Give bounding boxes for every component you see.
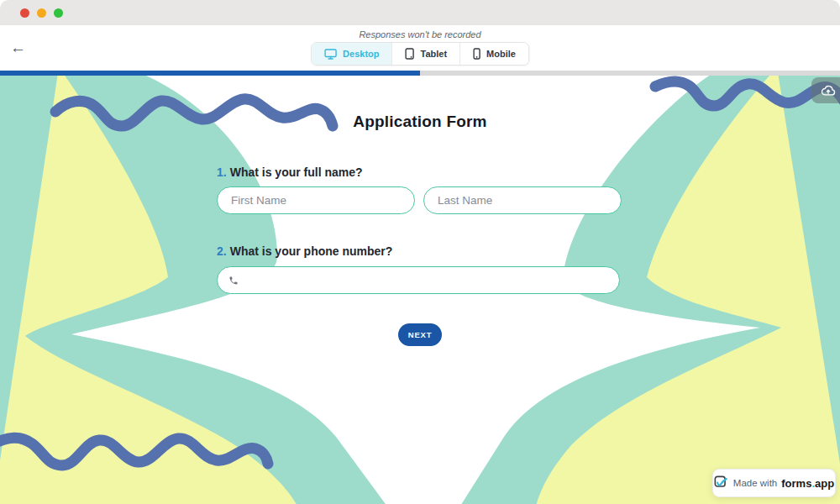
tab-desktop-label: Desktop — [343, 49, 379, 59]
form-content: Application Form 1.What is your full nam… — [0, 76, 840, 504]
question-2-text: What is your phone number? — [230, 244, 393, 258]
tab-mobile[interactable]: Mobile — [460, 43, 528, 65]
phone-icon — [228, 276, 239, 286]
cloud-upload-icon — [821, 85, 836, 97]
form-title: Application Form — [0, 113, 840, 131]
name-fields-row — [217, 186, 622, 214]
next-button[interactable]: NEXT — [398, 323, 442, 346]
zoom-window-button[interactable] — [54, 8, 63, 18]
question-1-number: 1. — [217, 165, 227, 179]
made-with-badge[interactable]: Made with forms.app — [712, 469, 836, 497]
tab-tablet-label: Tablet — [420, 49, 447, 59]
monitor-icon — [324, 49, 337, 60]
first-name-input[interactable] — [217, 186, 415, 214]
preview-window: ← Responses won't be recorded Desktop Ta… — [0, 0, 840, 504]
mobile-icon — [473, 48, 480, 60]
device-tab-group: Desktop Tablet Mobile — [311, 42, 529, 66]
upload-theme-button[interactable] — [811, 77, 840, 103]
tablet-icon — [405, 48, 414, 60]
made-with-text: Made with — [733, 478, 777, 488]
question-2-label: 2.What is your phone number? — [217, 244, 392, 258]
preview-toolbar: ← Responses won't be recorded Desktop Ta… — [0, 25, 840, 71]
form-stage: Application Form 1.What is your full nam… — [0, 76, 840, 504]
titlebar — [0, 0, 840, 25]
question-1-text: What is your full name? — [230, 165, 363, 179]
phone-input[interactable] — [245, 273, 608, 287]
responses-note: Responses won't be recorded — [0, 29, 840, 39]
minimize-window-button[interactable] — [37, 8, 46, 18]
close-window-button[interactable] — [20, 8, 29, 18]
last-name-input[interactable] — [423, 186, 622, 214]
question-1-label: 1.What is your full name? — [217, 165, 363, 179]
question-2-number: 2. — [217, 244, 227, 258]
tab-desktop[interactable]: Desktop — [312, 43, 392, 65]
forms-app-logo-icon — [714, 475, 729, 491]
phone-field[interactable] — [217, 266, 620, 294]
back-arrow-icon[interactable]: ← — [10, 39, 26, 55]
tab-tablet[interactable]: Tablet — [392, 43, 460, 65]
tab-mobile-label: Mobile — [486, 49, 516, 59]
brand-forms: forms.app — [781, 477, 834, 490]
